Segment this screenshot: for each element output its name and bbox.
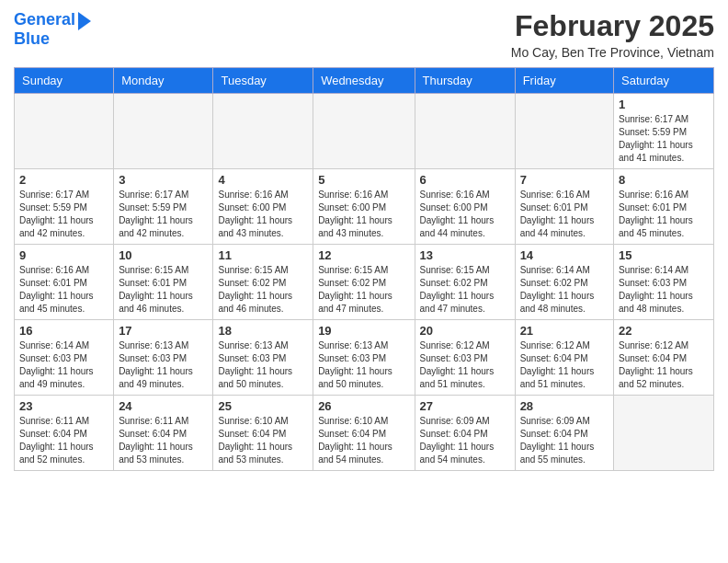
day-number: 22 <box>619 324 709 338</box>
cell-content: Sunrise: 6:14 AM Sunset: 6:03 PM Dayligh… <box>619 264 709 316</box>
calendar-cell: 6Sunrise: 6:16 AM Sunset: 6:00 PM Daylig… <box>415 169 515 245</box>
calendar-cell: 7Sunrise: 6:16 AM Sunset: 6:01 PM Daylig… <box>515 169 613 245</box>
week-row-4: 16Sunrise: 6:14 AM Sunset: 6:03 PM Dayli… <box>15 320 714 396</box>
cell-content: Sunrise: 6:15 AM Sunset: 6:02 PM Dayligh… <box>218 264 308 316</box>
day-number: 17 <box>119 324 208 338</box>
cell-content: Sunrise: 6:13 AM Sunset: 6:03 PM Dayligh… <box>218 339 308 391</box>
cell-content: Sunrise: 6:13 AM Sunset: 6:03 PM Dayligh… <box>119 339 208 391</box>
calendar-cell: 17Sunrise: 6:13 AM Sunset: 6:03 PM Dayli… <box>114 320 213 396</box>
day-number: 23 <box>19 399 108 413</box>
day-header-monday: Monday <box>114 68 213 94</box>
day-number: 3 <box>119 173 208 187</box>
title-section: February 2025 Mo Cay, Ben Tre Province, … <box>511 9 714 60</box>
day-header-sunday: Sunday <box>15 68 114 94</box>
day-number: 26 <box>318 399 409 413</box>
calendar-cell: 1Sunrise: 6:17 AM Sunset: 5:59 PM Daylig… <box>614 94 714 169</box>
calendar-cell: 16Sunrise: 6:14 AM Sunset: 6:03 PM Dayli… <box>15 320 114 396</box>
cell-content: Sunrise: 6:16 AM Sunset: 6:01 PM Dayligh… <box>619 189 709 240</box>
calendar-cell: 27Sunrise: 6:09 AM Sunset: 6:04 PM Dayli… <box>415 396 515 471</box>
cell-content: Sunrise: 6:16 AM Sunset: 6:01 PM Dayligh… <box>19 264 108 316</box>
cell-content: Sunrise: 6:17 AM Sunset: 5:59 PM Dayligh… <box>19 189 108 240</box>
calendar-cell <box>515 94 613 169</box>
calendar-cell: 13Sunrise: 6:15 AM Sunset: 6:02 PM Dayli… <box>415 245 515 320</box>
day-number: 2 <box>19 173 108 187</box>
header: General Blue February 2025 Mo Cay, Ben T… <box>14 9 714 60</box>
day-number: 25 <box>218 399 308 413</box>
calendar-header-row: SundayMondayTuesdayWednesdayThursdayFrid… <box>15 68 714 94</box>
month-title: February 2025 <box>511 9 714 43</box>
day-number: 20 <box>420 324 510 338</box>
day-number: 16 <box>19 324 108 338</box>
calendar-cell: 14Sunrise: 6:14 AM Sunset: 6:02 PM Dayli… <box>515 245 613 320</box>
calendar-cell: 24Sunrise: 6:11 AM Sunset: 6:04 PM Dayli… <box>114 396 213 471</box>
cell-content: Sunrise: 6:17 AM Sunset: 5:59 PM Dayligh… <box>619 113 709 165</box>
calendar-cell: 23Sunrise: 6:11 AM Sunset: 6:04 PM Dayli… <box>15 396 114 471</box>
calendar-cell: 26Sunrise: 6:10 AM Sunset: 6:04 PM Dayli… <box>313 396 415 471</box>
cell-content: Sunrise: 6:16 AM Sunset: 6:00 PM Dayligh… <box>218 189 308 240</box>
logo-arrow-icon <box>78 12 91 30</box>
calendar-cell: 2Sunrise: 6:17 AM Sunset: 5:59 PM Daylig… <box>15 169 114 245</box>
location: Mo Cay, Ben Tre Province, Vietnam <box>511 45 714 60</box>
cell-content: Sunrise: 6:13 AM Sunset: 6:03 PM Dayligh… <box>318 339 409 391</box>
day-number: 28 <box>520 399 609 413</box>
calendar-cell <box>213 94 313 169</box>
day-number: 15 <box>619 248 709 262</box>
day-number: 24 <box>119 399 208 413</box>
cell-content: Sunrise: 6:14 AM Sunset: 6:03 PM Dayligh… <box>19 339 108 391</box>
day-number: 13 <box>420 248 510 262</box>
calendar-cell: 9Sunrise: 6:16 AM Sunset: 6:01 PM Daylig… <box>15 245 114 320</box>
cell-content: Sunrise: 6:09 AM Sunset: 6:04 PM Dayligh… <box>420 415 510 466</box>
calendar-cell: 25Sunrise: 6:10 AM Sunset: 6:04 PM Dayli… <box>213 396 313 471</box>
day-number: 14 <box>520 248 609 262</box>
calendar-cell: 21Sunrise: 6:12 AM Sunset: 6:04 PM Dayli… <box>515 320 613 396</box>
calendar-cell: 5Sunrise: 6:16 AM Sunset: 6:00 PM Daylig… <box>313 169 415 245</box>
calendar-cell: 8Sunrise: 6:16 AM Sunset: 6:01 PM Daylig… <box>614 169 714 245</box>
day-header-friday: Friday <box>515 68 613 94</box>
cell-content: Sunrise: 6:15 AM Sunset: 6:02 PM Dayligh… <box>318 264 409 316</box>
calendar-cell <box>415 94 515 169</box>
calendar-cell: 28Sunrise: 6:09 AM Sunset: 6:04 PM Dayli… <box>515 396 613 471</box>
calendar-cell: 3Sunrise: 6:17 AM Sunset: 5:59 PM Daylig… <box>114 169 213 245</box>
calendar-cell: 20Sunrise: 6:12 AM Sunset: 6:03 PM Dayli… <box>415 320 515 396</box>
cell-content: Sunrise: 6:12 AM Sunset: 6:04 PM Dayligh… <box>520 339 609 391</box>
day-number: 6 <box>420 173 510 187</box>
logo-text-blue: Blue <box>14 30 50 49</box>
cell-content: Sunrise: 6:16 AM Sunset: 6:00 PM Dayligh… <box>318 189 409 240</box>
day-number: 18 <box>218 324 308 338</box>
day-number: 9 <box>19 248 108 262</box>
calendar-cell: 4Sunrise: 6:16 AM Sunset: 6:00 PM Daylig… <box>213 169 313 245</box>
day-number: 1 <box>619 98 709 111</box>
cell-content: Sunrise: 6:10 AM Sunset: 6:04 PM Dayligh… <box>218 415 308 466</box>
day-header-saturday: Saturday <box>614 68 714 94</box>
calendar-table: SundayMondayTuesdayWednesdayThursdayFrid… <box>14 67 714 471</box>
day-header-tuesday: Tuesday <box>213 68 313 94</box>
day-number: 27 <box>420 399 510 413</box>
day-number: 11 <box>218 248 308 262</box>
day-number: 7 <box>520 173 609 187</box>
logo-text: General <box>14 11 75 29</box>
cell-content: Sunrise: 6:11 AM Sunset: 6:04 PM Dayligh… <box>119 415 208 466</box>
day-number: 5 <box>318 173 409 187</box>
cell-content: Sunrise: 6:12 AM Sunset: 6:03 PM Dayligh… <box>420 339 510 391</box>
cell-content: Sunrise: 6:14 AM Sunset: 6:02 PM Dayligh… <box>520 264 609 316</box>
calendar-cell: 10Sunrise: 6:15 AM Sunset: 6:01 PM Dayli… <box>114 245 213 320</box>
week-row-5: 23Sunrise: 6:11 AM Sunset: 6:04 PM Dayli… <box>15 396 714 471</box>
calendar-cell <box>313 94 415 169</box>
calendar-cell: 15Sunrise: 6:14 AM Sunset: 6:03 PM Dayli… <box>614 245 714 320</box>
day-number: 12 <box>318 248 409 262</box>
calendar-cell: 11Sunrise: 6:15 AM Sunset: 6:02 PM Dayli… <box>213 245 313 320</box>
calendar-cell <box>114 94 213 169</box>
day-number: 4 <box>218 173 308 187</box>
logo: General Blue <box>14 9 91 49</box>
week-row-3: 9Sunrise: 6:16 AM Sunset: 6:01 PM Daylig… <box>15 245 714 320</box>
calendar-cell: 19Sunrise: 6:13 AM Sunset: 6:03 PM Dayli… <box>313 320 415 396</box>
day-number: 19 <box>318 324 409 338</box>
calendar-cell <box>614 396 714 471</box>
cell-content: Sunrise: 6:11 AM Sunset: 6:04 PM Dayligh… <box>19 415 108 466</box>
cell-content: Sunrise: 6:17 AM Sunset: 5:59 PM Dayligh… <box>119 189 208 240</box>
day-header-thursday: Thursday <box>415 68 515 94</box>
day-number: 10 <box>119 248 208 262</box>
cell-content: Sunrise: 6:15 AM Sunset: 6:02 PM Dayligh… <box>420 264 510 316</box>
cell-content: Sunrise: 6:16 AM Sunset: 6:00 PM Dayligh… <box>420 189 510 240</box>
calendar-cell: 22Sunrise: 6:12 AM Sunset: 6:04 PM Dayli… <box>614 320 714 396</box>
